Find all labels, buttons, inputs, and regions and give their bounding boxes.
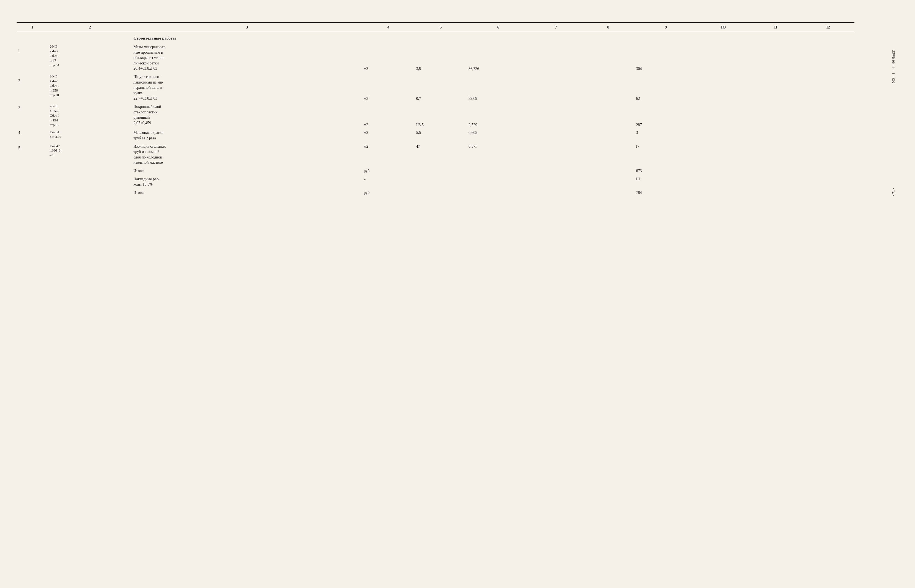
row-col12 [802,43,854,73]
table-row: 5 I5–647 я.I66–3– –3I Изоляция стальныхт… [16,142,854,167]
row-desc-main: Изоляция стальныхтруб изолом в 2слоя по … [133,144,361,165]
summary-value-2: III [635,175,697,189]
summary-empty-5 [415,167,467,175]
row-col9: 304 [635,43,697,73]
row-col9: I7 [635,142,697,167]
summary-value-3: 784 [635,189,697,197]
row-num: 4 [16,129,48,142]
section-empty-5 [415,32,467,43]
row-col8 [582,43,634,73]
row-col4: м2 [362,103,414,129]
section-title-row: Строительные работы [16,32,854,43]
row-col11 [750,43,802,73]
header-col-8: 8 [582,23,634,32]
section-empty-4 [362,32,414,43]
row-col11 [750,103,802,129]
summary-empty-10 [697,167,750,175]
row-desc-main: Маты минераловат-ные прошивные вобкладке… [133,44,361,66]
row-num: I [16,43,48,73]
row-desc-sub: 20,4+63,8xI,03 [133,66,361,71]
row-col7 [530,43,582,73]
table-row: I 26-I6 я.4–3 Сб.ч.I п.47 стр.84 Маты ми… [16,43,854,73]
row-desc-main: Масляная окраскатруб за 2 раза [133,130,361,141]
row-col10 [697,129,750,142]
row-col6: 0,605 [467,129,530,142]
main-table: I 2 3 4 5 6 7 8 9 IO II I2 Строительные … [16,22,854,197]
row-col9: 62 [635,73,697,103]
summary-empty-7 [530,167,582,175]
row-desc: Масляная окраскатруб за 2 раза [132,129,362,142]
summary-empty-7 [530,189,582,197]
row-ref: 26-I5 я.4–2 Сб.ч.I п.350 стр.III [48,73,132,103]
row-col11 [750,142,802,167]
table-row: 4 I5–6I4 я.I64–8 Масляная окраскатруб за… [16,129,854,142]
section-empty-7 [530,32,582,43]
row-col5: 47 [415,142,467,167]
header-row: I 2 3 4 5 6 7 8 9 IO II I2 [16,23,854,32]
table-row: 3 26-8I я.15–2 Сб.ч.I п.194 стр.97 Покро… [16,103,854,129]
summary-value-1: 673 [635,167,697,175]
row-col11 [750,129,802,142]
row-col8 [582,103,634,129]
row-col5: 3,5 [415,43,467,73]
row-col6: 0,37I [467,142,530,167]
header-col-9: 9 [635,23,697,32]
summary-row-2: Накладные рас-ходы 16,5% » III [16,175,854,189]
row-desc: Изоляция стальныхтруб изолом в 2слоя по … [132,142,362,167]
row-ref: 26-I6 я.4–3 Сб.ч.I п.47 стр.84 [48,43,132,73]
header-col-11: II [750,23,802,32]
row-col4: м2 [362,129,414,142]
summary-empty-11 [750,189,802,197]
table-row: 2 26-I5 я.4–2 Сб.ч.I п.350 стр.III Шнур … [16,73,854,103]
summary-empty-6 [467,167,530,175]
header-col-1: I [16,23,48,32]
summary-empty-10 [697,189,750,197]
row-num: 2 [16,73,48,103]
header-col-7: 7 [530,23,582,32]
row-num: 3 [16,103,48,129]
summary-empty-12 [802,175,854,189]
row-col8 [582,129,634,142]
row-col9: 3 [635,129,697,142]
row-col12 [802,103,854,129]
summary-empty-5 [415,189,467,197]
section-empty-12 [802,32,854,43]
header-col-10: IO [697,23,750,32]
summary-unit-1: руб [362,167,414,175]
row-col12 [802,142,854,167]
summary-empty-6 [467,189,530,197]
row-col6: 89,09 [467,73,530,103]
row-col4: м2 [362,142,414,167]
row-desc-main: Шнур теплоизо-ляционный из ми-неральной … [133,74,361,96]
section-title-empty-2 [48,32,132,43]
summary-empty-12 [802,167,854,175]
row-col10 [697,43,750,73]
summary-empty-11 [750,167,802,175]
summary-empty-8 [582,175,634,189]
summary-row-1: Итого: руб 673 [16,167,854,175]
row-col8 [582,73,634,103]
row-num: 5 [16,142,48,167]
row-col10 [697,142,750,167]
summary-empty-6 [467,175,530,189]
row-col6: 86,726 [467,43,530,73]
row-desc-sub: 2,07+0,459 [133,120,361,126]
summary-empty-2 [48,175,132,189]
summary-empty-5 [415,175,467,189]
section-empty-9 [635,32,697,43]
row-col12 [802,129,854,142]
summary-empty-7 [530,175,582,189]
row-col12 [802,73,854,103]
summary-label-3: Итого: [132,189,362,197]
row-col10 [697,103,750,129]
section-empty-10 [697,32,750,43]
summary-unit-2: » [362,175,414,189]
row-col7 [530,103,582,129]
row-ref: I5–6I4 я.I64–8 [48,129,132,142]
row-col7 [530,73,582,103]
row-col5: 5,5 [415,129,467,142]
side-note-top: 503 – 1 – 4 – 86 Лш(2) [891,50,896,84]
row-col7 [530,129,582,142]
header-col-4: 4 [362,23,414,32]
summary-empty-2 [48,189,132,197]
